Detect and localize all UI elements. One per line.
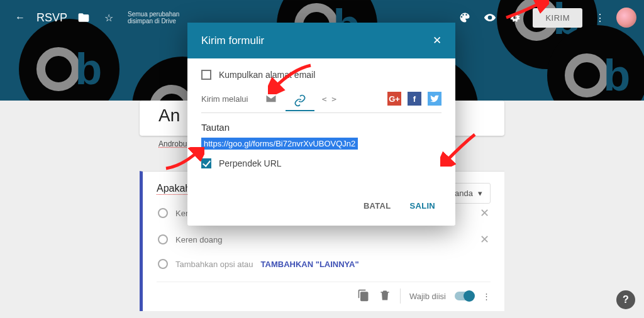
overflow-menu-icon[interactable]: ⋮ [587, 5, 613, 30]
account-avatar[interactable] [616, 8, 636, 28]
cancel-button[interactable]: BATAL [357, 196, 397, 216]
send-form-dialog: Kirim formulir ✕ Kumpulkan alamat email … [187, 23, 455, 226]
radio-icon [158, 208, 168, 218]
shorten-url-label: Perpendek URL [219, 158, 282, 168]
chevron-down-icon: ▾ [478, 189, 482, 198]
required-label: Wajib diisi [409, 292, 446, 301]
form-title-text: An [158, 106, 180, 126]
share-facebook-icon[interactable]: f [408, 92, 421, 106]
option-row[interactable]: Keren doang ✕ [157, 226, 491, 253]
add-option-row[interactable]: Tambahkan opsi atau TAMBAHKAN "LAINNYA" [157, 253, 491, 275]
palette-icon[interactable] [452, 5, 477, 30]
divider [400, 288, 401, 304]
remove-option-icon[interactable]: ✕ [480, 206, 489, 220]
back-arrow-icon[interactable]: ← [8, 5, 33, 30]
annotation-arrow [164, 147, 204, 172]
star-icon[interactable]: ☆ [96, 5, 121, 30]
send-via-label: Kirim melalui [201, 94, 248, 104]
share-twitter-icon[interactable] [428, 92, 441, 106]
add-option-text[interactable]: Tambahkan opsi atau [175, 260, 253, 269]
duplicate-icon[interactable] [357, 289, 370, 304]
question-overflow-icon[interactable]: ⋮ [482, 292, 491, 301]
delete-icon[interactable] [379, 289, 391, 304]
form-title[interactable]: RSVP [36, 11, 67, 25]
share-url[interactable]: https://goo.gl/forms/Bi72nvrXvUBOVQJn2 [201, 138, 358, 150]
annotation-arrow [268, 63, 312, 94]
send-via-tabs: Kirim melalui < > G+ f [201, 89, 441, 113]
help-fab[interactable]: ? [616, 290, 635, 309]
annotation-arrow [505, 0, 549, 21]
add-other-link[interactable]: TAMBAHKAN "LAINNYA" [261, 260, 359, 269]
folder-icon[interactable] [71, 5, 96, 30]
send-tab-embed[interactable]: < > [314, 89, 343, 109]
link-section-label: Tautan [201, 122, 441, 133]
copy-button[interactable]: SALIN [404, 196, 442, 216]
close-icon[interactable]: ✕ [433, 34, 441, 47]
preview-icon[interactable] [477, 5, 502, 30]
dialog-title: Kirim formulir [201, 35, 264, 47]
option-label[interactable]: Keren doang [175, 235, 222, 244]
share-google-plus-icon[interactable]: G+ [387, 92, 401, 106]
remove-option-icon[interactable]: ✕ [480, 233, 489, 246]
radio-icon [158, 234, 168, 244]
annotation-arrow [440, 132, 478, 167]
collect-emails-checkbox[interactable] [201, 70, 211, 80]
required-toggle[interactable] [455, 292, 474, 300]
radio-icon [158, 259, 168, 269]
